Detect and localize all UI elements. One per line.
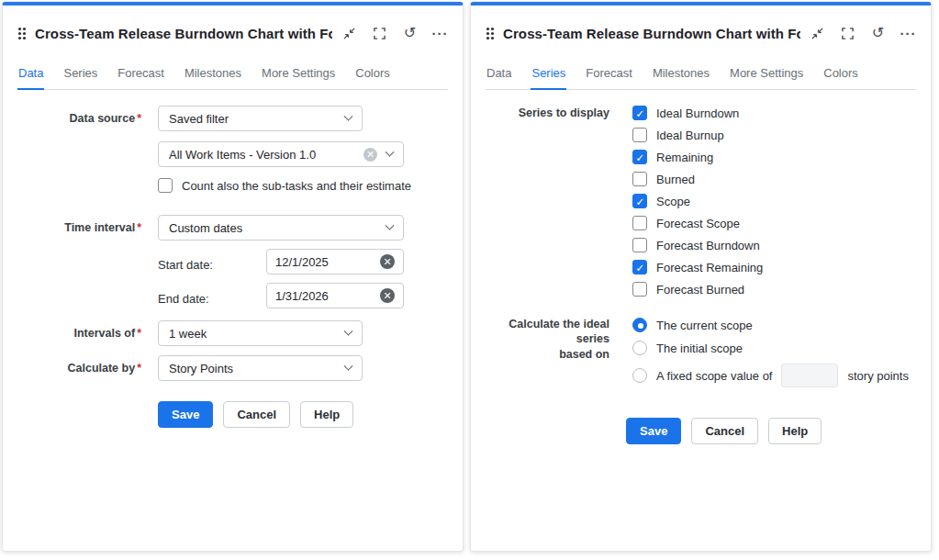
radio-icon [632, 368, 647, 383]
radio-current-scope[interactable]: The current scope [632, 318, 909, 332]
more-menu-icon[interactable]: ··· [900, 26, 916, 41]
checkbox-icon [632, 172, 647, 186]
help-button[interactable]: Help [768, 418, 822, 444]
checkbox-forecast-scope[interactable]: Forecast Scope [632, 216, 763, 230]
tab-series[interactable]: Series [531, 66, 566, 90]
widget-card-series: Cross-Team Release Burndown Chart with F… [470, 2, 932, 552]
checkbox-forecast-remaining[interactable]: Forecast Remaining [632, 260, 763, 274]
widget-header: Cross-Team Release Burndown Chart with F… [17, 22, 448, 44]
chevron-down-icon [344, 326, 353, 335]
more-menu-icon[interactable]: ··· [432, 26, 448, 41]
cancel-button[interactable]: Cancel [223, 401, 290, 428]
checkbox-forecast-burned[interactable]: Forecast Burned [632, 282, 763, 297]
series-tab-form: Series to display Ideal Burndown Ideal B… [486, 106, 916, 444]
button-row: Save Cancel Help [626, 418, 916, 444]
refresh-icon[interactable]: ↺ [402, 26, 418, 41]
radio-fixed-scope[interactable]: A fixed scope value of story points [632, 364, 909, 387]
start-date-input[interactable] [275, 255, 373, 269]
cancel-button[interactable]: Cancel [691, 418, 758, 444]
widget-actions: ↺ ··· [810, 26, 916, 41]
tab-more-settings[interactable]: More Settings [729, 66, 804, 90]
tab-forecast[interactable]: Forecast [585, 66, 633, 90]
end-date-input-wrap [266, 283, 404, 308]
clear-filter-icon[interactable] [363, 148, 377, 162]
checkbox-ideal-burndown[interactable]: Ideal Burndown [632, 106, 763, 120]
series-to-display-label: Series to display [486, 106, 609, 304]
clear-end-date-icon[interactable] [380, 288, 395, 303]
data-tab-form: Data source* Saved filter All Work Items… [17, 106, 448, 428]
checkbox-forecast-burndown[interactable]: Forecast Burndown [632, 238, 763, 252]
checkbox-icon [632, 106, 647, 120]
drag-handle-icon[interactable] [486, 27, 495, 40]
tab-bar: Data Series Forecast Milestones More Set… [17, 66, 448, 90]
tab-forecast[interactable]: Forecast [117, 66, 165, 90]
time-interval-select[interactable]: Custom dates [158, 215, 404, 241]
required-asterisk: * [137, 362, 141, 375]
fullscreen-icon[interactable] [372, 26, 387, 41]
checkbox-count-subtasks[interactable]: Count also the sub-tasks and their estim… [158, 178, 411, 193]
dashboard: Cross-Team Release Burndown Chart with F… [0, 0, 939, 554]
tab-series[interactable]: Series [62, 66, 98, 90]
checkbox-icon [632, 216, 647, 230]
end-date-label: End date: [158, 286, 266, 306]
chevron-down-icon [386, 220, 395, 230]
calculate-by-label: Calculate by* [17, 355, 141, 381]
widget-actions: ↺ ··· [341, 26, 448, 41]
ideal-series-label: Calculate the ideal series based on [486, 317, 609, 396]
tab-data[interactable]: Data [486, 66, 512, 90]
required-asterisk: * [137, 221, 141, 234]
saved-filter-select[interactable]: All Work Items - Version 1.0 [158, 141, 404, 167]
intervals-of-select[interactable]: 1 week [158, 320, 363, 346]
checkbox-icon [632, 194, 647, 208]
drag-handle-icon[interactable] [17, 27, 27, 40]
refresh-icon[interactable]: ↺ [870, 26, 886, 41]
data-source-select[interactable]: Saved filter [158, 106, 363, 131]
required-asterisk: * [137, 327, 141, 340]
checkbox-icon [632, 260, 647, 274]
widget-title: Cross-Team Release Burndown Chart with F… [35, 26, 332, 41]
checkbox-burned[interactable]: Burned [632, 172, 763, 186]
collapse-icon[interactable] [810, 26, 825, 41]
checkbox-icon [632, 150, 647, 164]
fullscreen-icon[interactable] [840, 26, 855, 41]
tab-data[interactable]: Data [17, 66, 44, 90]
widget-card-data: Cross-Team Release Burndown Chart with F… [2, 2, 464, 552]
tab-colors[interactable]: Colors [354, 66, 391, 90]
chevron-down-icon [386, 147, 395, 156]
checkbox-icon [632, 128, 647, 142]
clear-start-date-icon[interactable] [380, 254, 395, 269]
start-date-label: Start date: [158, 252, 266, 272]
tab-bar: Data Series Forecast Milestones More Set… [486, 66, 916, 90]
calculate-by-select[interactable]: Story Points [158, 355, 363, 381]
fixed-scope-input[interactable] [782, 364, 837, 386]
intervals-of-label: Intervals of* [17, 320, 141, 346]
save-button[interactable]: Save [158, 401, 213, 428]
checkbox-remaining[interactable]: Remaining [632, 150, 763, 164]
fixed-scope-input-wrap [781, 364, 838, 387]
tab-milestones[interactable]: Milestones [184, 66, 242, 90]
start-date-input-wrap [266, 249, 404, 274]
save-button[interactable]: Save [626, 418, 681, 444]
tab-more-settings[interactable]: More Settings [261, 66, 336, 90]
widget-title: Cross-Team Release Burndown Chart with F… [503, 26, 800, 41]
widget-header: Cross-Team Release Burndown Chart with F… [486, 22, 916, 44]
end-date-input[interactable] [275, 289, 373, 303]
help-button[interactable]: Help [300, 401, 353, 428]
required-asterisk: * [137, 112, 141, 125]
checkbox-icon [632, 282, 647, 297]
radio-icon [632, 318, 647, 332]
checkbox-label: Count also the sub-tasks and their estim… [182, 179, 411, 193]
story-points-suffix: story points [847, 369, 908, 383]
collapse-icon[interactable] [341, 26, 357, 41]
time-interval-label: Time interval* [17, 215, 141, 308]
tab-milestones[interactable]: Milestones [652, 66, 710, 90]
radio-icon [632, 341, 647, 355]
tab-colors[interactable]: Colors [822, 66, 859, 90]
checkbox-icon [632, 238, 647, 252]
data-source-label: Data source* [17, 106, 141, 202]
radio-initial-scope[interactable]: The initial scope [632, 341, 909, 355]
chevron-down-icon [344, 361, 353, 370]
checkbox-ideal-burnup[interactable]: Ideal Burnup [632, 128, 763, 142]
chevron-down-icon [344, 111, 353, 120]
checkbox-scope[interactable]: Scope [632, 194, 763, 208]
